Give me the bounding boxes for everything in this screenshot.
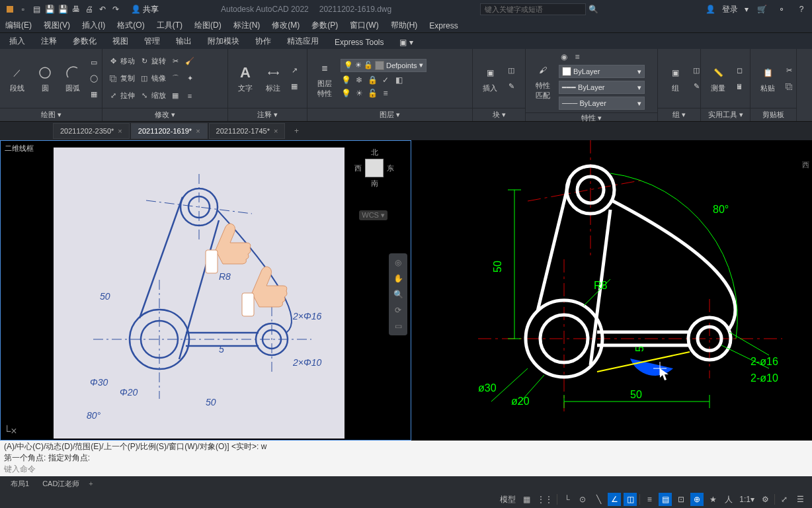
ribtab-collab[interactable]: 协作: [247, 34, 279, 49]
menu-insert[interactable]: 插入(I): [82, 20, 105, 31]
arc-button[interactable]: 圆弧: [61, 64, 85, 93]
search-box[interactable]: 🔍: [480, 3, 598, 15]
snap-icon[interactable]: ⋮⋮: [536, 493, 554, 506]
new-tab-button[interactable]: +: [289, 124, 304, 138]
search-input[interactable]: [480, 3, 586, 15]
offset-button[interactable]: ≡: [184, 89, 195, 103]
ribtab-manage[interactable]: 管理: [136, 34, 168, 49]
menu-format[interactable]: 格式(O): [117, 20, 144, 31]
ortho-icon[interactable]: └: [560, 493, 573, 506]
saveas-icon[interactable]: 💾: [57, 3, 69, 15]
ribtab-more[interactable]: ▣ ▾: [391, 36, 421, 49]
cycling-icon[interactable]: ⊡: [674, 493, 688, 506]
model-button[interactable]: 模型: [499, 493, 517, 506]
share-button[interactable]: 👤 共享: [131, 4, 159, 15]
iso-icon[interactable]: ╲: [592, 493, 605, 506]
dynamic-input-icon[interactable]: ⊕: [690, 493, 704, 506]
stretch-button[interactable]: ⤢拉伸: [108, 89, 135, 103]
quick-prop-icon[interactable]: ★: [706, 493, 719, 506]
group-edit-button[interactable]: ✎: [691, 80, 702, 93]
save-icon[interactable]: 💾: [44, 3, 56, 15]
cmd-input[interactable]: 键入命令: [4, 464, 808, 475]
print-icon[interactable]: 🖨: [83, 3, 95, 15]
table-button[interactable]: ▦: [289, 80, 300, 93]
wcs-indicator[interactable]: WCS ▾: [359, 210, 387, 220]
user-icon[interactable]: 👤: [706, 5, 715, 14]
gear-icon[interactable]: ⚙: [758, 493, 772, 506]
color-wheel-icon[interactable]: ◉: [559, 52, 569, 62]
open-icon[interactable]: ▤: [30, 3, 42, 15]
command-line[interactable]: (A)/中心(C)/动态(D)/范围(E)/上一个(P)/比例(S)/窗口(W)…: [0, 441, 812, 476]
menu-modify[interactable]: 修改(M): [272, 20, 300, 31]
explode-button[interactable]: ✦: [184, 72, 195, 85]
select-button[interactable]: ◻: [734, 64, 745, 77]
ribtab-insert[interactable]: 插入: [1, 34, 33, 49]
ribtab-view[interactable]: 视图: [104, 34, 136, 49]
help-icon[interactable]: ?: [795, 3, 808, 16]
layer-state-icon[interactable]: ≡: [380, 88, 391, 99]
orbit-icon[interactable]: ⟳: [391, 304, 405, 317]
network-icon[interactable]: ⚬: [775, 3, 788, 16]
move-button[interactable]: ✥移动: [108, 55, 135, 68]
erase-button[interactable]: 🧹: [184, 55, 195, 68]
trim-button[interactable]: ✂: [170, 55, 181, 68]
ellipse-button[interactable]: ◯: [89, 72, 99, 85]
array-button[interactable]: ▦: [170, 89, 181, 103]
menu-help[interactable]: 帮助(H): [391, 20, 418, 31]
layer-match-icon[interactable]: ✓: [380, 75, 391, 85]
matchprop-button[interactable]: 🖌特性 匹配: [531, 61, 555, 101]
layer-iso-icon[interactable]: ◧: [393, 75, 404, 85]
transparency-icon[interactable]: ▤: [659, 493, 672, 506]
viewport-right[interactable]: 西: [412, 140, 812, 441]
edit-block-button[interactable]: ✎: [506, 80, 516, 93]
menu-dim[interactable]: 标注(N): [233, 20, 261, 31]
menu-edit[interactable]: 编辑(E): [5, 20, 32, 31]
cut-button[interactable]: ✂: [784, 64, 794, 77]
plot-icon[interactable]: 🖶: [70, 3, 82, 15]
dim-button[interactable]: ⟷标注: [261, 64, 285, 93]
ribtab-featured[interactable]: 精选应用: [279, 34, 327, 49]
ribtab-express[interactable]: Express Tools: [327, 36, 391, 49]
rect-button[interactable]: ▭: [89, 56, 99, 69]
layer-thaw-icon[interactable]: ☀: [354, 88, 364, 99]
ribtab-annotate[interactable]: 注释: [33, 34, 65, 49]
layer-lock-icon[interactable]: 🔒: [367, 75, 378, 85]
osnap-icon[interactable]: ∠: [608, 493, 621, 506]
color-dropdown[interactable]: ByLayer▾: [559, 65, 645, 78]
new-icon[interactable]: ▫: [17, 3, 29, 15]
rotate-button[interactable]: ↻旋转: [139, 55, 166, 68]
group-button[interactable]: ▣组: [663, 64, 687, 93]
layer-unlock-icon[interactable]: 🔓: [367, 88, 378, 99]
show-icon[interactable]: ▭: [391, 319, 405, 333]
insert-block-button[interactable]: ▣插入: [478, 64, 502, 93]
layer-freeze-icon[interactable]: ❄: [354, 75, 364, 85]
doctab-3[interactable]: 20211202-1745*×: [209, 123, 286, 139]
lineweight-dropdown[interactable]: ━━━ ByLayer▾: [559, 81, 645, 94]
menu-express[interactable]: Express: [429, 21, 458, 30]
otrack-icon[interactable]: ◫: [624, 493, 637, 506]
hatch-button[interactable]: ▦: [89, 88, 99, 101]
doctab-1[interactable]: 20211202-2350*×: [53, 123, 130, 139]
layer-on-icon[interactable]: 💡: [341, 88, 351, 99]
layer-props-button[interactable]: ≣图层 特性: [313, 59, 337, 99]
layout-tab-1[interactable]: 布局1: [4, 478, 36, 490]
grid-icon[interactable]: ▦: [520, 493, 533, 506]
calc-button[interactable]: 🖩: [734, 80, 745, 93]
app-menu-icon[interactable]: [4, 3, 16, 15]
redo-icon[interactable]: ↷: [110, 3, 122, 15]
close-icon[interactable]: ×: [118, 127, 122, 135]
line-button[interactable]: ／段线: [5, 64, 29, 93]
menu-draw[interactable]: 绘图(D): [194, 20, 222, 31]
list-icon[interactable]: ≡: [572, 52, 583, 62]
search-icon[interactable]: 🔍: [589, 5, 598, 14]
circle-button[interactable]: 圆: [33, 64, 57, 93]
undo-icon[interactable]: ↶: [97, 3, 108, 15]
add-layout-button[interactable]: +: [89, 480, 93, 487]
customize-icon[interactable]: ☰: [793, 493, 807, 506]
doctab-2[interactable]: 20211202-1619*×: [131, 123, 208, 139]
close-view-icon[interactable]: └×: [3, 425, 17, 437]
visual-style-label[interactable]: 二维线框: [2, 142, 36, 155]
pan-icon[interactable]: ✋: [391, 272, 405, 285]
measure-button[interactable]: 📏测量: [706, 64, 730, 93]
linetype-dropdown[interactable]: ─── ByLayer▾: [559, 97, 645, 110]
